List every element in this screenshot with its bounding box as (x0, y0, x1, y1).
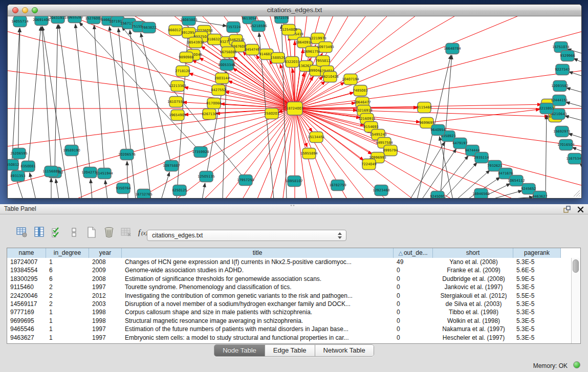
tab-edge-table[interactable]: Edge Table (265, 345, 315, 356)
table-cell[interactable]: 1 (46, 308, 89, 316)
table-cell[interactable]: Tourette syndrome. Phenomenology and cla… (122, 283, 394, 291)
graph-node[interactable]: 15134451 (308, 132, 325, 143)
graph-node[interactable]: 20206576 (118, 149, 136, 160)
table-cell[interactable]: 5.5E-5 (513, 292, 561, 300)
table-cell[interactable]: Wolkin et al. (1998) (433, 317, 513, 325)
graph-node[interactable]: 16732765 (135, 189, 153, 199)
table-cell[interactable]: Genome-wide association studies in ADHD. (122, 266, 394, 274)
graph-node[interactable]: 19589190 (63, 145, 80, 156)
column-header-title[interactable]: title (122, 248, 394, 258)
graph-node[interactable]: 2935114 (474, 152, 489, 163)
graph-node[interactable]: 8427552 (211, 85, 226, 96)
table-cell[interactable]: 0 (394, 308, 433, 316)
graph-node[interactable]: 10655287 (66, 16, 83, 23)
table-row[interactable]: 1456911722003Disruption of a novel membe… (7, 300, 572, 308)
table-cell[interactable]: 1997 (89, 334, 122, 342)
graph-node[interactable]: 9115460 (417, 102, 431, 113)
table-cell[interactable]: 6 (46, 266, 89, 274)
graph-node[interactable]: 16543932 (187, 37, 204, 48)
graph-node[interactable]: 20691406 (33, 16, 50, 26)
table-cell[interactable]: 9115460 (7, 283, 46, 291)
column-visibility-icon[interactable] (33, 226, 46, 239)
table-cell[interactable]: Investigating the contribution of common… (122, 292, 394, 300)
table-cell[interactable]: 19384554 (7, 266, 46, 274)
table-cell[interactable]: 2 (46, 292, 89, 300)
table-cell[interactable]: 1 (46, 334, 89, 342)
graph-node[interactable]: 15218596 (250, 21, 267, 32)
column-header-in_degree[interactable]: in_degree (46, 248, 89, 258)
table-cell[interactable]: 5.9E-5 (513, 275, 561, 283)
graph-node[interactable]: 12505135 (198, 171, 215, 182)
graph-node[interactable]: 9170066 (206, 98, 221, 109)
resize-grip[interactable] (572, 189, 580, 197)
graph-node[interactable]: 16083803 (180, 16, 198, 26)
graph-node[interactable]: 17359928 (192, 147, 209, 158)
graph-node[interactable]: 9329966 (560, 51, 575, 61)
table-row[interactable]: 1830029562008Estimation of significance … (7, 275, 572, 283)
table-cell[interactable]: Structural magnetic resonance image aver… (122, 317, 394, 325)
tab-network-table[interactable]: Network Table (315, 345, 374, 356)
table-cell[interactable]: 2012 (89, 292, 122, 300)
table-cell[interactable]: 0 (394, 334, 433, 342)
table-cell[interactable]: 2008 (89, 258, 122, 266)
table-scrollbar[interactable] (571, 258, 580, 343)
graph-node[interactable]: 17016504 (557, 140, 575, 150)
table-cell[interactable]: 2008 (89, 275, 122, 283)
column-header-name[interactable]: name (7, 248, 46, 258)
network-window-titlebar[interactable]: citations_edges.txt (8, 5, 581, 16)
graph-svg[interactable]: 1872400786601238912954122260589327508165… (8, 16, 581, 198)
table-cell[interactable]: 5.3E-5 (513, 308, 561, 316)
graph-node[interactable]: 11451944 (96, 168, 113, 179)
delete-table-icon[interactable] (102, 226, 116, 239)
graph-node[interactable]: 17957259 (237, 175, 254, 186)
graph-node[interactable]: 19654903 (169, 110, 186, 121)
table-cell[interactable]: 0 (394, 300, 433, 308)
graph-node[interactable]: 1588520 (270, 53, 285, 63)
table-cell[interactable]: 9463627 (7, 334, 46, 342)
table-cell[interactable]: 2 (46, 300, 89, 308)
table-cell[interactable]: 1997 (89, 325, 122, 333)
column-header-pagerank[interactable]: pagerank (513, 248, 561, 258)
table-cell[interactable]: Estimation of the future numbers of pati… (122, 325, 394, 333)
import-table-icon[interactable] (120, 226, 133, 239)
table-cell[interactable]: 9699695 (7, 317, 46, 325)
table-cell[interactable]: 5.6E-5 (513, 266, 561, 274)
table-cell[interactable]: 2003 (89, 300, 122, 308)
table-cell[interactable]: 1998 (89, 317, 122, 325)
graph-node[interactable]: 20431913 (49, 16, 67, 24)
table-cell[interactable]: 0 (394, 317, 433, 325)
graph-node[interactable]: 16946568 (472, 189, 490, 199)
table-cell[interactable]: Hescheler et al. (1997) (433, 334, 513, 342)
close-panel-icon[interactable] (577, 206, 584, 213)
column-header-year[interactable]: year (89, 248, 122, 258)
graph-node[interactable]: 16782759 (329, 180, 346, 191)
tab-node-table[interactable]: Node Table (214, 345, 265, 356)
graph-node[interactable]: 11675349 (566, 154, 581, 164)
table-cell[interactable]: 0 (394, 325, 433, 333)
table-row[interactable]: 969969511998Structural magnetic resonanc… (7, 317, 572, 325)
table-cell[interactable]: Disruption of a novel member of a sodium… (122, 300, 394, 308)
graph-node[interactable]: 7357224 (226, 22, 241, 33)
column-header-out_de[interactable]: △out_de... (394, 248, 433, 258)
table-cell[interactable]: 2009 (89, 266, 122, 274)
graph-node[interactable]: 7485083 (353, 85, 367, 96)
table-row[interactable]: 911546021997Tourette syndrome. Phenomeno… (7, 283, 572, 291)
network-canvas[interactable]: 1872400786601238912954122260589327508165… (8, 16, 581, 198)
table-cell[interactable]: 5.3E-5 (513, 258, 561, 266)
graph-node[interactable]: 8250125 (172, 185, 187, 196)
graph-node[interactable]: 15692971 (553, 126, 571, 137)
table-cell[interactable]: 18300295 (7, 275, 46, 283)
table-cell[interactable]: 49 (394, 258, 433, 266)
merge-rows-icon[interactable] (68, 226, 81, 239)
graph-node[interactable]: 16210428 (321, 72, 339, 82)
graph-node[interactable]: 7663822 (141, 23, 156, 33)
graph-node[interactable]: 10975887 (163, 161, 180, 171)
graph-node[interactable]: 8322037 (285, 57, 299, 68)
table-cell[interactable]: Stergiakouli et al. (2012) (433, 292, 513, 300)
graph-node[interactable]: 12213363 (169, 81, 186, 92)
graph-node[interactable]: 9350812 (8, 160, 19, 170)
table-mode-icon[interactable] (15, 226, 29, 239)
table-cell[interactable]: 1 (46, 317, 89, 325)
graph-node[interactable]: 12444151 (551, 95, 568, 106)
graph-node[interactable]: 15276002 (85, 16, 102, 24)
